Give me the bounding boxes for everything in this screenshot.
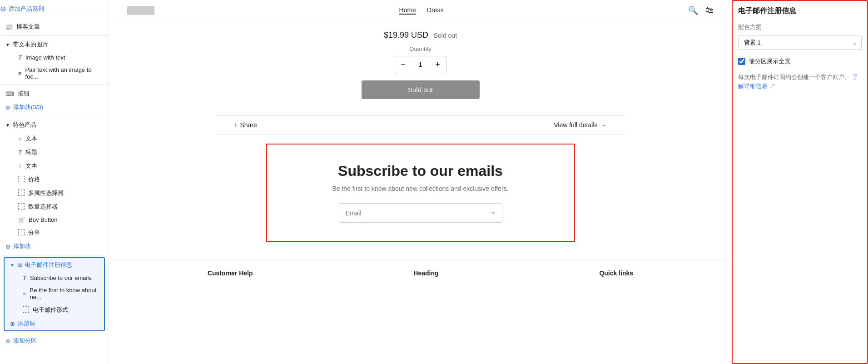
sidebar-item-variant[interactable]: 多属性选择器 <box>13 186 109 200</box>
footer-col-1: Customer Help <box>208 269 253 277</box>
item-label: 标题 <box>25 148 37 156</box>
lines-icon: ≡ <box>18 135 22 142</box>
sidebar-item-first-to-know[interactable]: ≡ Be the first to know about ne... <box>17 284 104 303</box>
fullwidth-checkbox[interactable] <box>738 58 745 65</box>
text-icon: T <box>23 274 26 281</box>
sidebar-item-email-form[interactable]: 电子邮件形式 <box>17 303 104 317</box>
add-series-button[interactable]: ⊕ 添加产品系列 <box>0 2 109 16</box>
email-subscribe-section: Subscribe to our emails Be the first to … <box>266 144 575 242</box>
quantity-label: Quantity <box>234 45 607 52</box>
section-featured-label: 特色产品 <box>13 121 36 129</box>
section-email-label: 电子邮件注册信息 <box>25 261 72 269</box>
footer-col1-heading: Customer Help <box>208 269 253 277</box>
add-block-text-image[interactable]: ⊕ 添加块(3/3) <box>0 100 109 114</box>
right-panel-description: 每次电子邮件订阅约会创建一个客户账户。 了解详细信息 ↗ <box>738 73 862 90</box>
nav-home[interactable]: Home <box>399 6 416 15</box>
button-label: 按钮 <box>18 90 30 98</box>
plus-icon: ⊕ <box>5 243 10 250</box>
quantity-value: 1 <box>412 61 430 68</box>
add-block-featured[interactable]: ⊕ 添加块 <box>0 239 109 253</box>
footer-col3-heading: Quick links <box>599 269 633 277</box>
sidebar-item-button[interactable]: ⌨ 按钮 <box>0 87 109 100</box>
add-block-featured-label: 添加块 <box>13 242 31 250</box>
quantity-plus-button[interactable]: + <box>430 56 446 73</box>
add-section-button[interactable]: ⊕ 添加分区 <box>0 333 109 349</box>
text-icon: T <box>18 54 22 61</box>
blog-label: 博客文章 <box>16 23 40 31</box>
box-icon <box>18 229 25 237</box>
chevron-down-icon: ▼ <box>5 123 10 128</box>
sidebar-item-buy-button[interactable]: 🛒 Buy Button <box>13 214 109 226</box>
item-label: 文本 <box>25 135 37 143</box>
box-icon <box>18 203 25 211</box>
plus-circle-icon: ⊕ <box>5 338 10 344</box>
email-section-wrapper: Subscribe to our emails Be the first to … <box>148 135 693 251</box>
section-email-header[interactable]: ▼ ✉ 电子邮件注册信息 <box>5 258 104 272</box>
box-icon <box>18 189 25 197</box>
arrow-icon: → <box>600 121 607 129</box>
plus-icon: ⊕ <box>10 320 15 327</box>
nav-dress[interactable]: Dress <box>427 6 444 15</box>
sidebar-item-image-with-text[interactable]: T Image with text <box>13 51 109 64</box>
section-text-image-label: 带文本的图片 <box>13 40 48 49</box>
search-icon[interactable]: 🔍 <box>688 5 698 15</box>
fullwidth-label: 使分区展示全宽 <box>749 57 790 65</box>
add-block-label: 添加块(3/3) <box>13 103 43 111</box>
store-nav: Home Dress <box>399 6 444 15</box>
quantity-minus-button[interactable]: − <box>395 56 412 73</box>
email-subscribe-title: Subscribe to our emails <box>276 163 565 180</box>
share-label: Share <box>240 121 257 129</box>
share-icon: ↑ <box>234 121 238 129</box>
sidebar-item-text1[interactable]: ≡ 文本 <box>13 132 109 145</box>
store-preview: Home Dress 🔍 🛍 $19.99 USD Sold out Quant… <box>109 0 732 364</box>
sold-out-button[interactable]: Sold out <box>362 80 480 99</box>
email-input-row: → <box>339 203 502 223</box>
scheme-select[interactable]: 背景 1 <box>738 35 862 50</box>
add-series-label: 添加产品系列 <box>9 5 44 13</box>
email-input[interactable] <box>339 205 483 221</box>
lines-icon: ≡ <box>18 163 22 170</box>
sidebar-item-price[interactable]: 价格 <box>13 173 109 186</box>
left-sidebar: ⊕ 添加产品系列 📰 博客文章 ▼ 带文本的图片 T Image with te… <box>0 0 109 364</box>
sidebar-item-subscribe-title[interactable]: T Subscribe to our emails <box>17 272 104 284</box>
store-header-icons: 🔍 🛍 <box>688 5 714 15</box>
lines-icon: ≡ <box>18 70 22 77</box>
sidebar-item-share[interactable]: 分享 <box>13 226 109 239</box>
sidebar-item-pair-text[interactable]: ≡ Pair text with an image to foc... <box>13 64 109 83</box>
external-link-icon: ↗ <box>769 83 775 90</box>
add-block-email[interactable]: ⊕ 添加块 <box>5 317 104 330</box>
plus-icon: ⊕ <box>5 104 10 111</box>
right-panel: 电子邮件注册信息 配色方案 背景 1 ⌄ 使分区展示全宽 每次电子邮件订阅约会创… <box>732 0 868 364</box>
share-button[interactable]: ↑ Share <box>234 121 257 129</box>
store-logo <box>127 6 154 15</box>
item-label: Pair text with an image to foc... <box>25 66 103 80</box>
lines-icon: ≡ <box>23 290 26 297</box>
scheme-select-wrapper: 背景 1 ⌄ <box>738 35 862 50</box>
sidebar-item-blog[interactable]: 📰 博客文章 <box>0 20 109 34</box>
description-text: 每次电子邮件订阅约会创建一个客户账户。 <box>738 74 850 80</box>
section-featured-header[interactable]: ▼ 特色产品 <box>0 118 109 132</box>
email-icon: ✉ <box>17 262 22 269</box>
cart-icon[interactable]: 🛍 <box>705 5 714 15</box>
email-submit-button[interactable]: → <box>483 204 502 222</box>
item-label: 文本 <box>25 162 37 170</box>
box-icon <box>18 176 25 184</box>
button-icon: ⌨ <box>5 90 14 97</box>
view-details-label: View full details <box>554 121 597 129</box>
footer-col2-heading: Heading <box>413 269 438 277</box>
item-label: Image with text <box>25 54 65 61</box>
quantity-control: − 1 + <box>395 56 446 73</box>
add-block-email-label: 添加块 <box>18 319 35 328</box>
sidebar-item-quantity[interactable]: 数量选择器 <box>13 200 109 214</box>
item-label: 多属性选择器 <box>28 189 64 197</box>
right-panel-title: 电子邮件注册信息 <box>738 6 862 16</box>
footer-col-3: Quick links <box>599 269 633 277</box>
blog-icon: 📰 <box>5 24 13 30</box>
section-text-image-header[interactable]: ▼ 带文本的图片 <box>0 38 109 51</box>
sidebar-item-text2[interactable]: ≡ 文本 <box>13 159 109 173</box>
sidebar-item-heading[interactable]: T 标题 <box>13 145 109 159</box>
add-section-label: 添加分区 <box>13 337 37 345</box>
view-details-button[interactable]: View full details → <box>554 121 606 129</box>
item-label: 价格 <box>28 175 40 184</box>
cart-icon: 🛒 <box>18 217 25 223</box>
